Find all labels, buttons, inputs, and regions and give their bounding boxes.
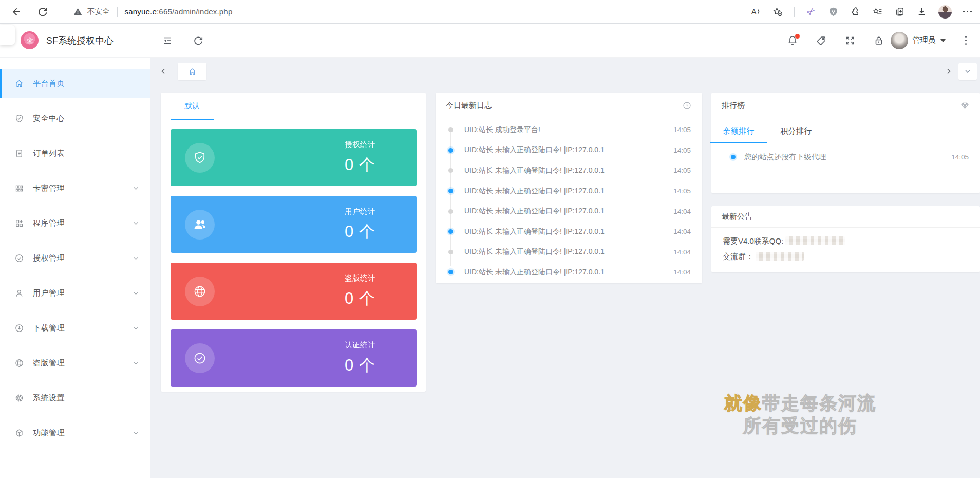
timeline-dot <box>448 189 453 193</box>
browser-profile-avatar[interactable] <box>938 5 952 19</box>
fullscreen-icon[interactable] <box>844 35 856 46</box>
log-text: UID:站长 未输入正确登陆口令! |IP:127.0.0.1 <box>464 227 668 236</box>
log-text: UID:站长 未输入正确登陆口令! |IP:127.0.0.1 <box>464 207 668 216</box>
browser-back-icon[interactable] <box>10 6 22 17</box>
sidebar-item[interactable]: 平台首页 <box>0 69 150 98</box>
stat-icon-circle <box>185 210 215 240</box>
tabs-scroll-right-icon[interactable] <box>942 63 955 80</box>
stat-value: 0 个 <box>330 288 390 309</box>
timeline-dot <box>448 148 453 153</box>
user-avatar <box>891 32 908 49</box>
sidebar-item[interactable]: 程序管理 <box>0 209 150 237</box>
page-refresh-icon[interactable] <box>193 35 204 46</box>
log-row: UID:站长 成功登录平台! 14:05 <box>436 120 702 140</box>
document-icon <box>14 149 24 158</box>
sidebar-item[interactable]: 授权管理 <box>0 244 150 272</box>
notice-panel: 最新公告 需要V4.0联系QQ: 交流群： <box>711 206 980 272</box>
stat-card: 盗版统计 0 个 <box>171 263 417 320</box>
collections-icon[interactable] <box>894 6 905 17</box>
more-options-icon[interactable] <box>963 35 969 46</box>
timeline-dot <box>448 168 453 173</box>
sidebar-item[interactable]: 卡密管理 <box>0 174 150 203</box>
log-time: 14:04 <box>673 208 691 215</box>
sidebar-item[interactable]: 用户管理 <box>0 279 150 307</box>
redacted-group-number <box>756 252 804 261</box>
sidebar-item[interactable]: 安全中心 <box>0 104 150 133</box>
warning-triangle-icon <box>73 7 83 16</box>
tab-points-ranking[interactable]: 积分排行 <box>780 126 812 143</box>
app-title: SF系统授权中心 <box>46 34 114 47</box>
browser-refresh-icon[interactable] <box>37 6 48 17</box>
diamond-icon <box>960 101 970 111</box>
user-icon <box>14 288 24 298</box>
ranking-time: 14:05 <box>951 153 969 161</box>
stats-tabbar: 默认 <box>161 93 426 119</box>
log-text: UID:站长 未输入正确登陆口令! |IP:127.0.0.1 <box>464 268 668 277</box>
log-text: UID:站长 未输入正确登陆口令! |IP:127.0.0.1 <box>464 145 668 155</box>
log-text: UID:站长 未输入正确登陆口令! |IP:127.0.0.1 <box>464 187 668 196</box>
chevron-down-icon <box>133 255 139 262</box>
notice-line-1: 需要V4.0联系QQ: <box>723 233 969 249</box>
log-list: UID:站长 成功登录平台! 14:05 UID:站长 未输入正确登陆口令! |… <box>436 119 702 283</box>
shield-check-icon <box>14 114 24 123</box>
log-time: 14:05 <box>673 126 691 134</box>
chevron-down-icon <box>133 220 139 227</box>
tab-home[interactable] <box>178 63 206 80</box>
lock-icon[interactable] <box>873 35 884 46</box>
favorites-list-icon[interactable] <box>872 6 883 17</box>
sidebar-item[interactable]: 系统设置 <box>0 383 150 412</box>
address-bar[interactable]: sanyue.e:665/admin/index.php <box>125 7 233 16</box>
log-time: 14:05 <box>673 146 691 154</box>
downloads-icon[interactable] <box>916 6 927 17</box>
ranking-tabbar: 余额排行 积分排行 <box>723 119 969 143</box>
collapse-sidebar-icon[interactable] <box>162 35 173 46</box>
extensions-puzzle-icon[interactable] <box>850 6 861 17</box>
browser-chrome: 不安全 sanyue.e:665/admin/index.php A ✂ <box>0 0 980 24</box>
log-row: UID:站长 未输入正确登陆口令! |IP:127.0.0.1 14:05 <box>436 140 702 161</box>
sidebar-item[interactable]: 订单列表 <box>0 139 150 168</box>
divider <box>794 7 795 17</box>
security-label: 不安全 <box>87 7 110 16</box>
add-favorite-star-icon[interactable] <box>772 6 783 17</box>
sidebar-item[interactable]: 下载管理 <box>0 314 150 342</box>
caret-down-icon <box>940 39 946 42</box>
notifications-bell-icon[interactable] <box>787 35 798 46</box>
svg-text:A: A <box>751 8 756 16</box>
log-row: UID:站长 未输入正确登陆口令! |IP:127.0.0.1 14:04 <box>436 242 702 263</box>
site-security-chip[interactable]: 不安全 <box>73 7 110 16</box>
stat-label: 盗版统计 <box>330 273 390 283</box>
sidebar-item[interactable]: 盗版管理 <box>0 348 150 377</box>
extension-shield-icon[interactable] <box>828 6 839 17</box>
brand: SF系统授权中心 <box>0 31 150 49</box>
ranking-panel: 排行榜 余额排行 积分排行 您的站点还没有下级代理 14:05 <box>711 93 980 193</box>
tag-icon[interactable] <box>816 35 827 46</box>
log-time: 14:04 <box>673 268 691 276</box>
log-panel: 今日最新日志 UID:站长 成功登录平台! 14:05 UID:站长 未输入正确… <box>436 93 702 283</box>
home-icon <box>14 79 24 88</box>
tab-balance-ranking[interactable]: 余额排行 <box>723 126 755 143</box>
read-aloud-icon[interactable]: A <box>750 6 761 17</box>
stat-card: 认证统计 0 个 <box>171 329 417 387</box>
stat-shield-icon <box>192 150 208 166</box>
log-row: UID:站长 未输入正确登陆口令! |IP:127.0.0.1 14:04 <box>436 222 702 242</box>
redacted-qq-number <box>785 236 845 245</box>
user-menu[interactable]: 管理员 <box>891 32 946 49</box>
user-name: 管理员 <box>913 35 936 45</box>
browser-menu-icon[interactable] <box>963 6 972 17</box>
ranking-panel-title: 排行榜 <box>722 101 745 111</box>
tabs-scroll-left-icon[interactable] <box>157 63 170 80</box>
notice-panel-title: 最新公告 <box>722 212 752 222</box>
tab-default[interactable]: 默认 <box>171 93 214 119</box>
stat-value: 0 个 <box>330 355 390 376</box>
divider <box>117 7 118 17</box>
sidebar-item[interactable]: 功能管理 <box>0 418 150 447</box>
globe-icon <box>14 358 24 368</box>
stat-icon-circle <box>185 343 215 373</box>
subtitle-line-2: 所有受过的伤 <box>723 414 877 437</box>
stats-panel: 默认 授权统计 0 个 用户统计 0 个 <box>161 93 426 392</box>
stat-icon-circle <box>185 143 215 173</box>
web-capture-scissors-icon[interactable]: ✂ <box>803 4 819 20</box>
app-grid-icon <box>14 218 24 228</box>
check-circle-icon <box>14 253 24 263</box>
tabs-dropdown-icon[interactable] <box>958 63 977 80</box>
